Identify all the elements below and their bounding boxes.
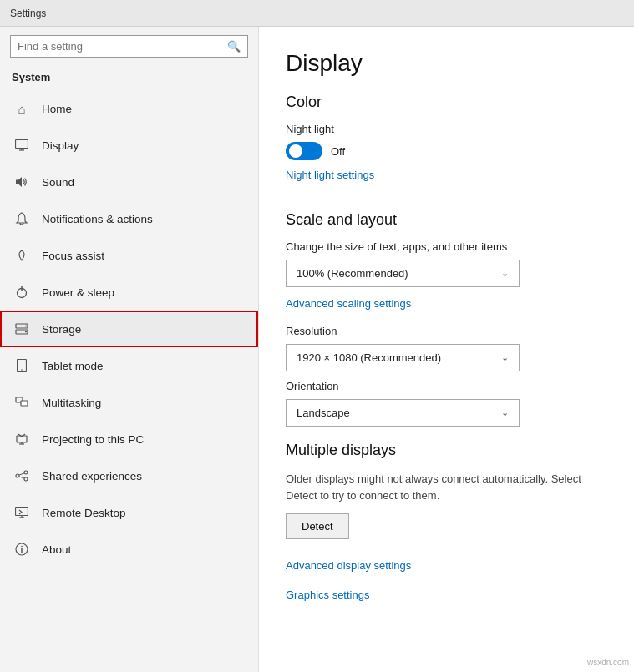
sidebar-item-remote[interactable]: Remote Desktop — [0, 494, 258, 531]
svg-point-19 — [16, 474, 19, 477]
sidebar-item-display[interactable]: Display — [0, 127, 258, 164]
sidebar-item-label: Notifications & actions — [42, 213, 153, 225]
search-box[interactable]: 🔍 — [10, 35, 248, 58]
sidebar-section-label: System — [0, 68, 258, 90]
scale-section-heading: Scale and layout — [286, 211, 607, 229]
svg-rect-13 — [21, 401, 28, 406]
multiple-displays-heading: Multiple displays — [286, 442, 607, 459]
sidebar-item-label: Storage — [42, 323, 81, 336]
resolution-label: Resolution — [286, 325, 607, 337]
multiple-displays-description: Older displays might not always connect … — [286, 471, 607, 503]
svg-point-9 — [25, 331, 27, 333]
svg-point-11 — [21, 369, 23, 371]
night-light-toggle-row: Off — [286, 142, 607, 160]
night-light-settings-link[interactable]: Night light settings — [286, 169, 374, 181]
sidebar-item-notifications[interactable]: Notifications & actions — [0, 200, 258, 237]
watermark: wsxdn.com — [587, 658, 629, 667]
content-area: Display Color Night light Off Night ligh… — [259, 27, 634, 672]
sidebar-item-label: Focus assist — [42, 250, 104, 262]
toggle-knob — [289, 144, 302, 158]
sidebar-item-label: Remote Desktop — [42, 507, 126, 519]
resolution-dropdown[interactable]: 1920 × 1080 (Recommended) ⌄ — [286, 344, 520, 371]
sidebar-item-label: Shared experiences — [42, 470, 142, 483]
titlebar: Settings — [0, 0, 634, 27]
svg-point-20 — [24, 471, 28, 474]
notifications-icon — [13, 210, 30, 227]
sidebar-item-storage[interactable]: Storage — [0, 311, 258, 347]
orientation-value: Landscape — [297, 407, 350, 419]
sidebar-item-label: Home — [42, 103, 72, 115]
sidebar-item-label: About — [42, 543, 71, 556]
scale-dropdown[interactable]: 100% (Recommended) ⌄ — [286, 260, 520, 287]
night-light-state: Off — [331, 145, 345, 158]
multiple-displays-section: Multiple displays — [286, 442, 607, 459]
color-section-heading: Color — [286, 93, 607, 111]
display-icon — [13, 137, 30, 154]
sidebar-item-about[interactable]: About — [0, 531, 258, 568]
svg-rect-0 — [16, 140, 28, 149]
remote-icon — [13, 504, 30, 521]
orientation-label: Orientation — [286, 380, 607, 392]
sidebar-item-label: Sound — [42, 176, 74, 189]
sidebar-item-multitasking[interactable]: Multitasking — [0, 384, 258, 421]
svg-line-22 — [19, 473, 24, 475]
tablet-icon — [13, 357, 30, 374]
sound-icon — [13, 174, 30, 190]
sidebar-item-shared[interactable]: Shared experiences — [0, 457, 258, 494]
power-icon — [13, 284, 30, 301]
scale-value: 100% (Recommended) — [297, 267, 408, 280]
main-container: 🔍 System ⌂ Home Display — [0, 27, 634, 672]
scale-section: Scale and layout — [286, 211, 607, 229]
about-icon — [13, 541, 30, 558]
multitasking-icon — [13, 394, 30, 411]
svg-rect-14 — [17, 436, 27, 442]
svg-marker-3 — [16, 177, 22, 187]
advanced-display-settings-link[interactable]: Advanced display settings — [286, 559, 411, 572]
svg-point-8 — [25, 326, 27, 327]
focus-icon — [13, 247, 30, 264]
sidebar-item-focus[interactable]: Focus assist — [0, 237, 258, 274]
sidebar-item-home[interactable]: ⌂ Home — [0, 90, 258, 127]
page-title: Display — [286, 50, 607, 77]
resolution-value: 1920 × 1080 (Recommended) — [297, 351, 441, 364]
sidebar-item-label: Power & sleep — [42, 286, 114, 299]
detect-button[interactable]: Detect — [286, 513, 349, 539]
titlebar-text: Settings — [10, 8, 46, 19]
sidebar-item-sound[interactable]: Sound — [0, 164, 258, 200]
advanced-scaling-link[interactable]: Advanced scaling settings — [286, 297, 411, 310]
storage-icon — [13, 321, 30, 337]
sidebar: 🔍 System ⌂ Home Display — [0, 27, 259, 672]
home-icon: ⌂ — [13, 100, 30, 117]
svg-line-23 — [19, 477, 24, 478]
svg-point-29 — [21, 546, 23, 548]
night-light-toggle[interactable] — [286, 142, 322, 160]
svg-rect-24 — [16, 508, 28, 516]
projecting-icon — [13, 431, 30, 447]
search-input[interactable] — [18, 40, 224, 53]
sidebar-item-label: Projecting to this PC — [42, 433, 144, 446]
sidebar-item-label: Display — [42, 139, 79, 152]
sidebar-item-label: Multitasking — [42, 397, 101, 409]
sidebar-item-label: Tablet mode — [42, 360, 104, 372]
night-light-label: Night light — [286, 123, 607, 135]
sidebar-item-projecting[interactable]: Projecting to this PC — [0, 421, 258, 457]
sidebar-item-power[interactable]: Power & sleep — [0, 274, 258, 311]
chevron-down-icon: ⌄ — [501, 268, 509, 279]
svg-point-21 — [24, 477, 28, 481]
graphics-settings-link[interactable]: Graphics settings — [286, 589, 369, 601]
chevron-down-icon: ⌄ — [501, 407, 509, 418]
sidebar-item-tablet[interactable]: Tablet mode — [0, 347, 258, 384]
search-icon: 🔍 — [227, 40, 241, 53]
chevron-down-icon: ⌄ — [501, 352, 509, 363]
orientation-dropdown[interactable]: Landscape ⌄ — [286, 399, 520, 427]
scale-label: Change the size of text, apps, and other… — [286, 240, 607, 253]
shared-icon — [13, 467, 30, 484]
